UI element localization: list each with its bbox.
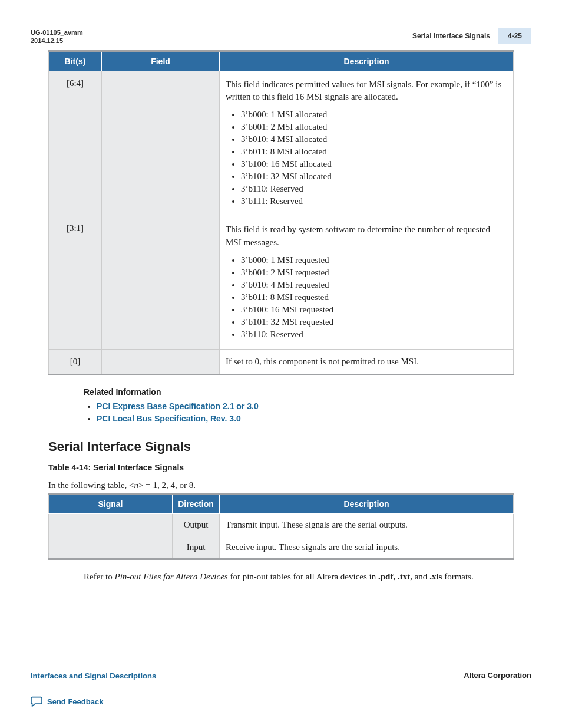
bits-cell: [6:4] [49,71,102,216]
list-item: 3’b100: 16 MSI requested [241,305,507,315]
doc-id: UG-01105_avmm [31,28,83,37]
page-footer: Interfaces and Signal Descriptions Send … [31,671,531,707]
desc-cell: Receive input. These signals are the ser… [220,536,514,559]
desc-cell: Transmit input. These signals are the se… [220,513,514,536]
text: formats. [442,572,473,581]
desc-text: If set to 0, this component is not permi… [226,357,419,366]
list-item: 3’b110: Reserved [241,330,507,340]
list-item: 3’b010: 4 MSI allocated [241,134,507,144]
intro-text: > = 1, 2, 4, or 8. [138,480,196,490]
footer-left: Interfaces and Signal Descriptions Send … [31,671,156,707]
footer-link-interfaces[interactable]: Interfaces and Signal Descriptions [31,671,156,680]
intro-italic: n [134,480,139,490]
desc-cell: This field indicates permitted values fo… [220,71,514,216]
feedback-icon [31,696,42,707]
signal-cell [49,513,173,536]
direction-cell: Input [173,536,220,559]
related-list: PCI Express Base Specification 2.1 or 3.… [84,401,531,424]
bold-text: .pdf [378,572,393,581]
desc-cell: If set to 0, this component is not permi… [220,349,514,374]
text: Refer to [84,572,114,581]
related-link[interactable]: PCI Local Bus Specification, Rev. 3.0 [97,414,241,423]
table-row: [3:1] This field is read by system softw… [49,216,514,350]
list-item: 3’b001: 2 MSI requested [241,268,507,278]
col-bits: Bit(s) [49,51,102,71]
col-description: Description [220,493,514,513]
list-item: 3’b010: 4 MSI requested [241,280,507,290]
direction-cell: Output [173,513,220,536]
text: for pin-out tables for all Altera device… [228,572,378,581]
doc-id-block: UG-01105_avmm 2014.12.15 [31,28,83,45]
desc-cell: This field is read by system software to… [220,216,514,350]
list-item: 3’b000: 1 MSI allocated [241,110,507,120]
table-row: Output Transmit input. These signals are… [49,513,514,536]
field-cell [102,71,220,216]
bits-table: Bit(s) Field Description [6:4] This fiel… [48,50,514,375]
list-item: 3’b000: 1 MSI requested [241,255,507,265]
field-cell [102,349,220,374]
field-cell [102,216,220,350]
table-row: [6:4] This field indicates permitted val… [49,71,514,216]
bits-cell: [0] [49,349,102,374]
list-item: 3’b101: 32 MSI requested [241,317,507,327]
section-heading: Serial Interface Signals [48,439,531,454]
desc-list: 3’b000: 1 MSI requested 3’b001: 2 MSI re… [226,255,507,340]
list-item: 3’b101: 32 MSI allocated [241,172,507,182]
desc-list: 3’b000: 1 MSI allocated 3’b001: 2 MSI al… [226,110,507,206]
post-table-text: Refer to Pin-out Files for Altera Device… [84,571,514,584]
page-header: UG-01105_avmm 2014.12.15 Serial Interfac… [31,28,531,45]
list-item: 3’b001: 2 MSI allocated [241,122,507,132]
feedback-row: Send Feedback [31,696,156,707]
doc-date: 2014.12.15 [31,37,83,45]
list-item: 3’b100: 16 MSI allocated [241,159,507,169]
table-caption: Table 4-14: Serial Interface Signals [48,463,531,472]
col-field: Field [102,51,220,71]
header-section-title: Serial Interface Signals [404,28,498,44]
col-direction: Direction [173,493,220,513]
italic-text: Pin-out Files for Altera Devices [114,572,227,581]
text: , [393,572,398,581]
related-info: Related Information PCI Express Base Spe… [84,387,531,424]
col-description: Description [220,51,514,71]
list-item: 3’b111: Reserved [241,196,507,206]
related-link[interactable]: PCI Express Base Specification 2.1 or 3.… [97,401,259,411]
table-header-row: Bit(s) Field Description [49,51,514,71]
desc-text: This field indicates permitted values fo… [226,78,507,104]
header-right: Serial Interface Signals 4-25 [404,28,531,44]
footer-company: Altera Corporation [464,671,531,680]
intro-text: In the following table, < [48,480,134,490]
col-signal: Signal [49,493,173,513]
table-row: [0] If set to 0, this component is not p… [49,349,514,374]
bits-cell: [3:1] [49,216,102,350]
list-item: PCI Local Bus Specification, Rev. 3.0 [97,414,531,424]
list-item: PCI Express Base Specification 2.1 or 3.… [97,401,531,411]
desc-text: This field is read by system software to… [226,223,507,249]
list-item: 3’b011: 8 MSI allocated [241,147,507,157]
bold-text: .xls [429,572,442,581]
table-header-row: Signal Direction Description [49,493,514,513]
bold-text: .txt [398,572,410,581]
related-title: Related Information [84,387,531,397]
signals-table: Signal Direction Description Output Tran… [48,493,514,560]
page-number-badge: 4-25 [498,28,531,44]
text: , and [410,572,429,581]
signal-cell [49,536,173,559]
table-intro: In the following table, <n> = 1, 2, 4, o… [48,480,531,490]
list-item: 3’b110: Reserved [241,184,507,194]
list-item: 3’b011: 8 MSI requested [241,292,507,302]
table-row: Input Receive input. These signals are t… [49,536,514,559]
send-feedback-link[interactable]: Send Feedback [47,697,103,706]
